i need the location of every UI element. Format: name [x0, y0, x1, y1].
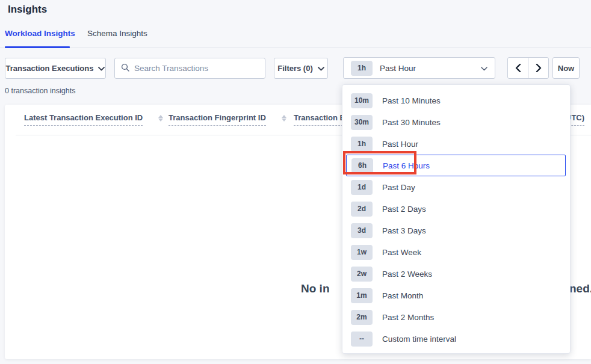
time-range-option[interactable]: 2w Past 2 Weeks [346, 263, 566, 285]
column-header-label[interactable]: Transaction Ex [294, 113, 349, 126]
time-range-option-badge: 2d [351, 202, 373, 217]
now-button[interactable]: Now [552, 57, 580, 79]
time-range-option[interactable]: 6h Past 6 Hours [346, 155, 566, 176]
time-range-option-label: Custom time interval [382, 335, 456, 344]
time-range-option-badge: 1d [351, 180, 373, 195]
empty-state-text-left-fragment: No in [301, 282, 330, 295]
time-range-option-badge: 1w [351, 245, 373, 260]
time-range-option-badge: 10m [351, 93, 373, 108]
column-header-label[interactable]: Transaction Fingerprint ID [169, 113, 266, 126]
time-range-option-label: Past Hour [382, 140, 418, 149]
sort-icon[interactable] [158, 113, 163, 122]
time-range-code-badge: 1h [351, 61, 373, 76]
time-range-option[interactable]: 1w Past Week [346, 241, 566, 263]
time-range-option-badge: -- [351, 332, 373, 347]
time-range-option-badge: 3d [351, 223, 373, 238]
column-header-label[interactable]: Latest Transaction Execution ID [24, 113, 143, 126]
sort-icon[interactable] [282, 113, 286, 122]
time-range-select-label: Past Hour [380, 64, 416, 73]
time-range-option-label: Past 10 Minutes [382, 96, 441, 105]
time-range-option-badge: 2w [351, 267, 373, 282]
time-range-option-badge: 1h [351, 137, 373, 152]
chevron-down-icon [98, 64, 105, 73]
time-range-option[interactable]: 1m Past Month [346, 285, 566, 306]
time-range-option[interactable]: 10m Past 10 Minutes [346, 90, 566, 111]
time-range-option-label: Past 2 Months [382, 313, 434, 322]
empty-state-text-right-fragment: ned. [569, 282, 591, 295]
next-time-range-button[interactable] [528, 58, 548, 78]
chevron-down-icon [318, 64, 324, 73]
time-range-select[interactable]: 1h Past Hour [343, 57, 495, 79]
search-transactions-box[interactable] [114, 58, 265, 79]
time-range-option-badge: 6h [351, 158, 373, 173]
time-range-option-badge: 30m [351, 115, 373, 130]
time-range-arrows [507, 57, 549, 79]
search-icon [121, 63, 129, 74]
time-range-option-label: Past Month [382, 291, 423, 300]
tab-schema-insights[interactable]: Schema Insights [87, 29, 147, 38]
active-tab-underline [5, 46, 70, 48]
time-range-option-label: Past 2 Weeks [382, 270, 432, 279]
transaction-type-select[interactable]: Transaction Executions [5, 58, 106, 79]
time-range-option-badge: 2m [351, 310, 373, 325]
previous-time-range-button[interactable] [508, 58, 528, 78]
time-range-option[interactable]: 2d Past 2 Days [346, 198, 566, 220]
filters-button-label: Filters (0) [277, 64, 313, 73]
column-header-transaction-fingerprint-id: Transaction Fingerprint ID [169, 113, 286, 126]
time-range-option-badge: 1m [351, 288, 373, 303]
filters-button[interactable]: Filters (0) [274, 58, 328, 79]
time-range-option[interactable]: 1d Past Day [346, 176, 566, 198]
search-transactions-input[interactable] [134, 64, 259, 73]
time-range-dropdown: 10m Past 10 Minutes 30m Past 30 Minutes … [342, 84, 571, 354]
time-range-option-label: Past 3 Days [382, 226, 426, 235]
time-range-option-label: Past 30 Minutes [382, 118, 441, 127]
now-button-label: Now [558, 64, 574, 73]
time-range-option-label: Past 6 Hours [383, 161, 430, 170]
insights-count-caption: 0 transaction insights [5, 87, 75, 95]
time-range-option[interactable]: 2m Past 2 Months [346, 306, 566, 328]
time-range-option[interactable]: 30m Past 30 Minutes [346, 111, 566, 133]
transaction-type-select-label: Transaction Executions [6, 64, 94, 73]
time-range-option-label: Past Day [382, 183, 415, 192]
tabs-divider [0, 48, 591, 48]
page-title: Insights [8, 4, 47, 16]
column-header-transaction-execution: Transaction Ex [294, 113, 349, 126]
time-range-option-label: Past 2 Days [382, 205, 426, 214]
time-range-option[interactable]: 1h Past Hour [346, 133, 566, 155]
time-range-option-label: Past Week [382, 248, 421, 257]
time-range-option[interactable]: -- Custom time interval [346, 328, 566, 350]
chevron-down-icon [481, 63, 487, 73]
tab-workload-insights[interactable]: Workload Insights [5, 29, 75, 38]
column-header-latest-transaction-execution-id: Latest Transaction Execution ID [24, 113, 163, 126]
time-range-option[interactable]: 3d Past 3 Days [346, 220, 566, 241]
